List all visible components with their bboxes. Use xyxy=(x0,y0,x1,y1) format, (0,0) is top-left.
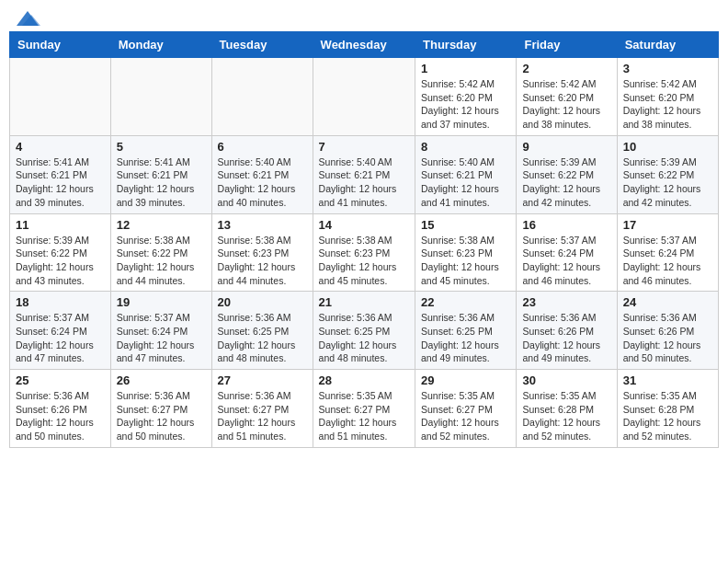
day-number: 18 xyxy=(16,295,105,309)
calendar-cell: 9Sunrise: 5:39 AM Sunset: 6:22 PM Daylig… xyxy=(517,135,617,213)
day-info: Sunrise: 5:38 AM Sunset: 6:22 PM Dayligh… xyxy=(117,234,206,288)
weekday-header-row: SundayMondayTuesdayWednesdayThursdayFrid… xyxy=(10,32,719,58)
day-number: 25 xyxy=(16,373,105,387)
day-info: Sunrise: 5:38 AM Sunset: 6:23 PM Dayligh… xyxy=(218,234,307,288)
weekday-header-saturday: Saturday xyxy=(617,32,718,58)
day-number: 16 xyxy=(522,218,610,232)
calendar-cell xyxy=(313,58,415,136)
calendar-cell: 26Sunrise: 5:36 AM Sunset: 6:27 PM Dayli… xyxy=(110,370,211,448)
day-info: Sunrise: 5:36 AM Sunset: 6:26 PM Dayligh… xyxy=(16,389,105,443)
day-number: 15 xyxy=(421,218,510,232)
calendar-cell: 10Sunrise: 5:39 AM Sunset: 6:22 PM Dayli… xyxy=(617,135,718,213)
calendar-cell: 12Sunrise: 5:38 AM Sunset: 6:22 PM Dayli… xyxy=(110,213,211,292)
day-info: Sunrise: 5:38 AM Sunset: 6:23 PM Dayligh… xyxy=(319,234,409,288)
day-info: Sunrise: 5:37 AM Sunset: 6:24 PM Dayligh… xyxy=(623,234,712,288)
calendar-cell: 28Sunrise: 5:35 AM Sunset: 6:27 PM Dayli… xyxy=(313,370,415,448)
weekday-header-thursday: Thursday xyxy=(415,32,517,58)
day-info: Sunrise: 5:42 AM Sunset: 6:20 PM Dayligh… xyxy=(623,77,712,132)
weekday-header-friday: Friday xyxy=(517,32,617,58)
day-info: Sunrise: 5:40 AM Sunset: 6:21 PM Dayligh… xyxy=(218,155,307,210)
calendar-week-row: 11Sunrise: 5:39 AM Sunset: 6:22 PM Dayli… xyxy=(10,213,719,292)
day-number: 1 xyxy=(421,62,510,75)
weekday-header-wednesday: Wednesday xyxy=(313,32,415,58)
day-number: 11 xyxy=(16,218,105,232)
day-number: 4 xyxy=(16,140,105,154)
day-number: 27 xyxy=(218,373,307,387)
calendar-cell xyxy=(110,58,211,136)
day-info: Sunrise: 5:36 AM Sunset: 6:27 PM Dayligh… xyxy=(117,389,206,443)
day-info: Sunrise: 5:37 AM Sunset: 6:24 PM Dayligh… xyxy=(522,234,610,288)
day-info: Sunrise: 5:42 AM Sunset: 6:20 PM Dayligh… xyxy=(522,77,610,132)
calendar-cell: 6Sunrise: 5:40 AM Sunset: 6:21 PM Daylig… xyxy=(211,135,313,213)
calendar-cell: 17Sunrise: 5:37 AM Sunset: 6:24 PM Dayli… xyxy=(617,213,718,292)
calendar-cell: 18Sunrise: 5:37 AM Sunset: 6:24 PM Dayli… xyxy=(10,292,111,370)
calendar-week-row: 25Sunrise: 5:36 AM Sunset: 6:26 PM Dayli… xyxy=(10,370,719,448)
day-number: 23 xyxy=(522,295,610,309)
day-number: 26 xyxy=(117,373,206,387)
day-info: Sunrise: 5:35 AM Sunset: 6:27 PM Dayligh… xyxy=(319,389,409,443)
logo xyxy=(13,9,40,24)
calendar-cell: 25Sunrise: 5:36 AM Sunset: 6:26 PM Dayli… xyxy=(10,370,111,448)
calendar-cell: 27Sunrise: 5:36 AM Sunset: 6:27 PM Dayli… xyxy=(211,370,313,448)
day-number: 14 xyxy=(319,218,409,232)
day-number: 28 xyxy=(319,373,409,387)
day-number: 6 xyxy=(218,140,307,154)
calendar-week-row: 18Sunrise: 5:37 AM Sunset: 6:24 PM Dayli… xyxy=(10,292,719,370)
day-number: 17 xyxy=(623,218,712,232)
day-number: 3 xyxy=(623,62,712,75)
weekday-header-sunday: Sunday xyxy=(10,32,111,58)
day-info: Sunrise: 5:37 AM Sunset: 6:24 PM Dayligh… xyxy=(117,311,206,365)
day-info: Sunrise: 5:36 AM Sunset: 6:26 PM Dayligh… xyxy=(623,311,712,365)
day-number: 9 xyxy=(522,140,610,154)
day-info: Sunrise: 5:35 AM Sunset: 6:28 PM Dayligh… xyxy=(623,389,712,443)
calendar-cell xyxy=(10,58,111,136)
day-number: 20 xyxy=(218,295,307,309)
calendar-cell: 15Sunrise: 5:38 AM Sunset: 6:23 PM Dayli… xyxy=(415,213,517,292)
day-info: Sunrise: 5:39 AM Sunset: 6:22 PM Dayligh… xyxy=(16,234,105,288)
calendar-cell: 31Sunrise: 5:35 AM Sunset: 6:28 PM Dayli… xyxy=(617,370,718,448)
day-info: Sunrise: 5:37 AM Sunset: 6:24 PM Dayligh… xyxy=(16,311,105,365)
calendar-cell: 2Sunrise: 5:42 AM Sunset: 6:20 PM Daylig… xyxy=(517,58,617,136)
day-info: Sunrise: 5:41 AM Sunset: 6:21 PM Dayligh… xyxy=(117,155,206,210)
day-info: Sunrise: 5:39 AM Sunset: 6:22 PM Dayligh… xyxy=(623,155,712,210)
day-info: Sunrise: 5:41 AM Sunset: 6:21 PM Dayligh… xyxy=(16,155,105,210)
day-info: Sunrise: 5:36 AM Sunset: 6:27 PM Dayligh… xyxy=(218,389,307,443)
day-info: Sunrise: 5:36 AM Sunset: 6:25 PM Dayligh… xyxy=(421,311,510,365)
calendar-cell: 22Sunrise: 5:36 AM Sunset: 6:25 PM Dayli… xyxy=(415,292,517,370)
day-number: 21 xyxy=(319,295,409,309)
calendar: SundayMondayTuesdayWednesdayThursdayFrid… xyxy=(9,31,719,448)
calendar-cell: 21Sunrise: 5:36 AM Sunset: 6:25 PM Dayli… xyxy=(313,292,415,370)
calendar-week-row: 1Sunrise: 5:42 AM Sunset: 6:20 PM Daylig… xyxy=(10,58,719,136)
day-number: 5 xyxy=(117,140,206,154)
calendar-cell xyxy=(211,58,313,136)
day-info: Sunrise: 5:35 AM Sunset: 6:27 PM Dayligh… xyxy=(421,389,510,443)
day-number: 8 xyxy=(421,140,510,154)
day-info: Sunrise: 5:40 AM Sunset: 6:21 PM Dayligh… xyxy=(421,155,510,210)
day-info: Sunrise: 5:39 AM Sunset: 6:22 PM Dayligh… xyxy=(522,155,610,210)
calendar-cell: 30Sunrise: 5:35 AM Sunset: 6:28 PM Dayli… xyxy=(517,370,617,448)
logo-icon xyxy=(15,9,40,28)
calendar-week-row: 4Sunrise: 5:41 AM Sunset: 6:21 PM Daylig… xyxy=(10,135,719,213)
day-info: Sunrise: 5:36 AM Sunset: 6:25 PM Dayligh… xyxy=(218,311,307,365)
day-info: Sunrise: 5:38 AM Sunset: 6:23 PM Dayligh… xyxy=(421,234,510,288)
calendar-cell: 16Sunrise: 5:37 AM Sunset: 6:24 PM Dayli… xyxy=(517,213,617,292)
weekday-header-monday: Monday xyxy=(110,32,211,58)
day-info: Sunrise: 5:40 AM Sunset: 6:21 PM Dayligh… xyxy=(319,155,409,210)
day-number: 2 xyxy=(522,62,610,75)
weekday-header-tuesday: Tuesday xyxy=(211,32,313,58)
day-number: 31 xyxy=(623,373,712,387)
calendar-cell: 19Sunrise: 5:37 AM Sunset: 6:24 PM Dayli… xyxy=(110,292,211,370)
day-number: 24 xyxy=(623,295,712,309)
calendar-cell: 13Sunrise: 5:38 AM Sunset: 6:23 PM Dayli… xyxy=(211,213,313,292)
calendar-cell: 8Sunrise: 5:40 AM Sunset: 6:21 PM Daylig… xyxy=(415,135,517,213)
calendar-cell: 20Sunrise: 5:36 AM Sunset: 6:25 PM Dayli… xyxy=(211,292,313,370)
calendar-cell: 11Sunrise: 5:39 AM Sunset: 6:22 PM Dayli… xyxy=(10,213,111,292)
day-info: Sunrise: 5:36 AM Sunset: 6:25 PM Dayligh… xyxy=(319,311,409,365)
calendar-cell: 4Sunrise: 5:41 AM Sunset: 6:21 PM Daylig… xyxy=(10,135,111,213)
day-number: 12 xyxy=(117,218,206,232)
day-number: 13 xyxy=(218,218,307,232)
calendar-cell: 7Sunrise: 5:40 AM Sunset: 6:21 PM Daylig… xyxy=(313,135,415,213)
calendar-cell: 5Sunrise: 5:41 AM Sunset: 6:21 PM Daylig… xyxy=(110,135,211,213)
day-info: Sunrise: 5:35 AM Sunset: 6:28 PM Dayligh… xyxy=(522,389,610,443)
calendar-cell: 24Sunrise: 5:36 AM Sunset: 6:26 PM Dayli… xyxy=(617,292,718,370)
